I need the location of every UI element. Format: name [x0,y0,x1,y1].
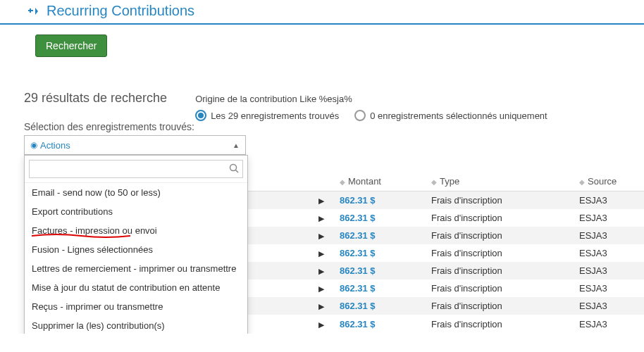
radio-selected-only[interactable]: 0 enregistrements sélectionnés uniquemen… [354,110,547,121]
sort-icon: ◆ [431,178,437,186]
radio-unchecked-icon [354,110,366,121]
amount-value[interactable]: 862.31 $ [340,213,376,223]
amount-value[interactable]: 862.31 $ [340,265,376,276]
amount-value[interactable]: 862.31 $ [340,248,376,258]
expand-row-icon[interactable]: ▶ [318,196,328,206]
selection-label: Sélection des enregistrements trouvés: [24,121,644,132]
type-value: Frais d'inscription [426,297,574,315]
expand-row-icon[interactable]: ▶ [318,320,328,329]
type-value: Frais d'inscription [426,315,574,334]
actions-search-input[interactable] [29,160,243,178]
recurring-contributions-accordion[interactable]: Recurring Contributions [0,0,644,25]
svg-line-1 [236,170,239,173]
sort-icon: ◆ [340,178,345,186]
actions-menu-item[interactable]: Email - send now (to 50 or less) [25,183,247,202]
type-value: Frais d'inscription [426,244,574,262]
source-value: ESJA3 [574,262,644,279]
check-circle-icon: ◉ [30,140,37,150]
actions-label: Actions [40,140,70,151]
col-source[interactable]: ◆Source [574,172,644,191]
actions-dropdown-menu: Email - send now (to 50 or less)Export c… [24,155,248,334]
expand-row-icon[interactable]: ▶ [318,302,328,311]
col-expand [313,172,334,191]
actions-menu-item[interactable]: Lettres de remerciement - imprimer ou tr… [25,259,247,278]
chevron-up-icon: ▲ [233,142,240,149]
expand-row-icon[interactable]: ▶ [318,214,328,223]
actions-menu-item[interactable]: Mise à jour du statut de contribution en… [25,278,247,297]
expand-row-icon[interactable]: ▶ [318,284,328,294]
amount-value[interactable]: 862.31 $ [340,230,376,241]
amount-value[interactable]: 862.31 $ [340,195,376,206]
expand-row-icon[interactable]: ▶ [318,232,328,241]
results-count: 29 résultats de recherche [24,91,167,106]
expand-row-icon[interactable]: ▶ [318,249,328,258]
svg-point-0 [230,165,237,171]
search-icon [229,163,239,175]
collapse-icon [28,6,42,16]
type-value: Frais d'inscription [426,262,574,279]
radio-all-records[interactable]: Les 29 enregistrements trouvés [195,110,339,121]
type-value: Frais d'inscription [426,279,574,297]
amount-value[interactable]: 862.31 $ [340,301,376,311]
amount-value[interactable]: 862.31 $ [340,283,376,294]
source-value: ESJA3 [574,297,644,315]
source-value: ESJA3 [574,279,644,297]
source-value: ESJA3 [574,191,644,210]
type-value: Frais d'inscription [426,209,574,227]
radio-all-label: Les 29 enregistrements trouvés [211,111,339,121]
accordion-title: Recurring Contributions [47,3,194,19]
source-value: ESJA3 [574,244,644,262]
type-value: Frais d'inscription [426,191,574,210]
radio-checked-icon [195,110,206,121]
source-value: ESJA3 [574,209,644,227]
expand-row-icon[interactable]: ▶ [318,267,328,276]
source-value: ESJA3 [574,315,644,334]
search-button[interactable]: Rechercher [35,34,107,57]
col-type[interactable]: ◆Type [426,172,574,191]
radio-selected-label: 0 enregistrements sélectionnés uniquemen… [370,111,547,121]
filter-origin-text: Origine de la contribution Like %esja% [195,94,547,104]
actions-dropdown-toggle[interactable]: ◉ Actions ▲ [24,135,246,155]
actions-menu-item[interactable]: Fusion - Lignes sélectionnées [25,240,247,259]
sort-icon: ◆ [579,178,585,186]
col-amount[interactable]: ◆Montant [334,172,426,191]
type-value: Frais d'inscription [426,227,574,244]
actions-menu-item[interactable]: Reçus - imprimer ou transmettre [25,297,247,316]
actions-menu-item[interactable]: Supprimer la (les) contribution(s) [25,316,247,334]
amount-value[interactable]: 862.31 $ [340,319,376,329]
actions-menu-item[interactable]: Factures - impression ou envoi [25,221,247,240]
actions-menu-item[interactable]: Export contributions [25,202,247,221]
source-value: ESJA3 [574,227,644,244]
